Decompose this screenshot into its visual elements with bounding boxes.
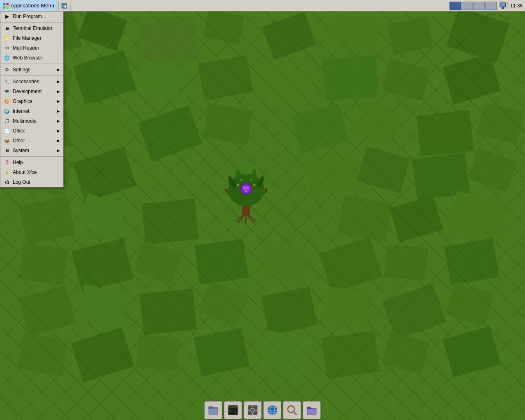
menu-item-settings[interactable]: ⚙ Settings ▶ [0,65,63,75]
menu-item-graphics[interactable]: 🎨 Graphics ▶ [0,96,63,106]
svg-rect-92 [252,413,253,415]
svg-rect-11 [198,55,253,100]
svg-point-77 [245,189,247,192]
menu-item-system[interactable]: 🖥 System ▶ [0,146,63,155]
clock: 11:38 [507,2,525,9]
svg-rect-91 [252,405,253,407]
svg-rect-51 [445,282,494,326]
workspace-3[interactable] [473,2,485,10]
menu-item-web-browser-label: Web Browser [13,55,60,61]
menu-item-web-browser[interactable]: 🌐 Web Browser [0,53,63,63]
svg-text:◀: ◀ [63,4,66,8]
svg-rect-68 [502,7,504,9]
menu-item-office-label: Office [13,128,55,134]
menu-divider-3 [0,75,63,76]
svg-point-81 [250,179,252,181]
help-icon: ❓ [4,159,10,166]
run-program-icon: ▶ [4,13,10,20]
topbar: Applications Menu ◀ [0,0,525,11]
svg-rect-56 [258,330,312,379]
svg-point-79 [253,184,256,186]
workspace-4[interactable] [485,2,497,10]
menu-item-development[interactable]: 💻 Development ▶ [0,87,63,96]
svg-rect-62 [3,6,5,9]
menu-item-terminal[interactable]: 🖥 Terminal Emulator [0,23,63,33]
svg-rect-43 [444,238,500,285]
svg-rect-55 [193,328,249,377]
search-icon [286,404,298,416]
workspace-1[interactable] [450,2,461,10]
svg-point-75 [243,186,246,189]
menu-item-terminal-label: Terminal Emulator [13,25,60,31]
menu-item-help[interactable]: ❓ Help [0,158,63,167]
svg-line-101 [294,412,297,415]
svg-rect-49 [324,286,373,328]
web-browser-icon: 🌐 [4,55,10,61]
menu-item-mail-reader[interactable]: ✉ Mail Reader [0,43,63,53]
taskbar-terminal-icon[interactable]: $ _ [224,401,242,419]
taskbar-settings-icon[interactable] [244,401,262,419]
svg-rect-93 [248,410,250,411]
svg-rect-69 [501,9,505,9]
taskbar-search-icon[interactable] [283,401,301,419]
menu-item-internet[interactable]: 🌍 Internet ▶ [0,106,63,116]
taskbar: $ _ [0,400,525,420]
creature-illustration [213,156,279,234]
taskbar-web-icon[interactable] [263,401,281,419]
svg-rect-94 [256,410,258,411]
log-out-icon: ⏻ [4,179,10,185]
svg-rect-5 [326,9,379,52]
svg-text:$ _: $ _ [229,409,236,413]
menu-item-run-program-label: Run Program... [13,14,60,19]
settings-arrow: ▶ [57,68,60,72]
svg-rect-48 [261,287,317,336]
svg-rect-57 [322,331,380,379]
menu-item-about-xfce[interactable]: ★ About Xfce [0,167,63,177]
menu-item-log-out[interactable]: ⏻ Log Out [0,177,63,187]
svg-rect-61 [6,3,9,5]
svg-rect-37 [72,238,134,292]
terminal-icon: 🖥 [4,25,10,32]
svg-rect-41 [319,237,382,293]
menu-item-accessories[interactable]: 🔧 Accessories ▶ [0,77,63,87]
menu-item-mail-reader-label: Mail Reader [13,45,60,51]
svg-rect-103 [307,407,311,409]
network-status-icon [499,2,507,10]
applications-menu-button[interactable]: Applications Menu [0,0,57,11]
svg-rect-2 [141,17,200,65]
workspace-2[interactable] [461,2,473,10]
svg-rect-40 [259,242,310,286]
menu-item-multimedia[interactable]: 🎵 Multimedia ▶ [0,116,63,126]
about-xfce-icon: ★ [4,169,10,176]
menu-item-run-program[interactable]: ▶ Run Program... [0,11,63,21]
office-arrow: ▶ [57,129,60,133]
menu-item-other[interactable]: 📦 Other ▶ [0,136,63,146]
svg-rect-17 [78,102,127,144]
svg-rect-32 [142,198,199,244]
settings-icon: ⚙ [4,66,10,73]
user-icon-btn[interactable]: ◀ [60,1,69,10]
svg-rect-22 [416,110,474,156]
svg-rect-104 [308,409,316,415]
svg-rect-47 [199,281,249,326]
taskbar-files-icon[interactable] [204,401,222,419]
svg-rect-4 [262,12,316,60]
svg-rect-42 [384,244,428,281]
menu-item-file-manager[interactable]: 📁 File Manager [0,33,63,43]
mail-reader-icon: ✉ [4,45,10,51]
network-icon[interactable] [498,1,507,10]
files-icon [208,404,219,416]
svg-rect-6 [387,16,433,55]
svg-point-78 [237,184,239,186]
menu-item-office[interactable]: 📄 Office ▶ [0,126,63,136]
svg-rect-84 [209,409,218,415]
svg-rect-54 [136,334,180,371]
svg-point-90 [251,409,254,412]
svg-rect-13 [322,55,379,101]
taskbar-folder-icon[interactable] [303,401,321,419]
svg-rect-67 [500,3,505,7]
menu-item-file-manager-label: File Manager [13,35,60,41]
graphics-arrow: ▶ [57,99,60,103]
user-icon: ◀ [61,2,68,9]
menu-item-multimedia-label: Multimedia [13,118,55,124]
